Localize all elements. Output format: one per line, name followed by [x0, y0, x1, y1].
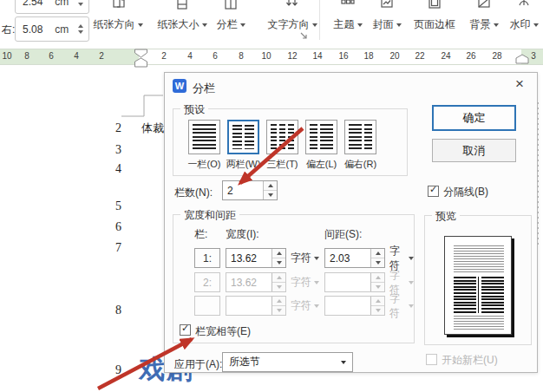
line-number: 9 — [106, 363, 121, 377]
spin-up-icon[interactable] — [371, 249, 384, 258]
ruler-number: 3 — [527, 51, 540, 61]
chevron-down-icon — [138, 23, 143, 27]
separator-line-checkbox[interactable] — [428, 186, 439, 197]
ok-button[interactable]: 确定 — [432, 105, 516, 131]
margin-right-field[interactable]: 5.08 cm — [15, 16, 89, 42]
presets-group: 预设 一栏(O) 两栏(W) 三栏(T) 偏左(L) 偏右(R) — [173, 108, 408, 176]
toolbar-button-theme[interactable]: 主题 — [329, 0, 367, 40]
spin-up-icon[interactable] — [272, 249, 285, 258]
margin-top-field[interactable]: 2.54 cm — [15, 0, 89, 14]
paper-orientation-icon — [110, 0, 126, 10]
start-new-column-label: 开始新栏(U) — [442, 353, 498, 368]
apply-to-dropdown[interactable]: 所选节 — [222, 352, 353, 372]
equal-width-checkbox[interactable] — [180, 324, 191, 336]
line-number: 2 — [106, 121, 121, 135]
ruler-number: 20 — [388, 51, 402, 61]
line-number: 3 — [106, 143, 121, 157]
comment-connector-line — [121, 95, 163, 116]
width-spacing-group: 宽度和间距 栏: 宽度(I): 间距(S): 1: 13.62 字符 2.03 … — [173, 214, 415, 343]
width-header: 宽度(I): — [226, 227, 259, 242]
toolbar-button-background[interactable]: 背景 — [465, 0, 503, 40]
chevron-down-icon — [202, 23, 207, 27]
ruler-number: 2 — [157, 51, 171, 61]
horizontal-ruler[interactable]: 10 8 6 4 2 2 4 6 8 10 12 14 16 18 20 22 … — [0, 49, 543, 65]
theme-icon — [340, 0, 356, 10]
preset-right[interactable] — [344, 120, 376, 154]
separator-line-label: 分隔线(B) — [443, 185, 488, 199]
spacing-unit-dropdown[interactable]: 字符 — [389, 248, 414, 268]
presets-group-label: 预设 — [180, 102, 208, 117]
cancel-button[interactable]: 取消 — [432, 139, 516, 162]
toolbar-button-columns[interactable]: 分栏 — [212, 0, 250, 40]
chevron-down-icon — [341, 361, 346, 364]
paper-size-icon — [174, 0, 190, 10]
ruler-number: 4 — [69, 51, 83, 61]
margin-right-unit: cm — [55, 23, 69, 36]
toolbar-button-page-border[interactable]: 页面边框 — [408, 0, 461, 40]
line-number: 7 — [106, 241, 121, 255]
column-count-spinner[interactable]: 2 — [222, 180, 278, 200]
spin-down-icon[interactable] — [272, 258, 285, 267]
chevron-down-icon — [494, 23, 499, 27]
preset-two-columns[interactable] — [227, 120, 259, 154]
line-number: 4 — [106, 162, 121, 176]
preview-page — [444, 236, 512, 335]
close-icon[interactable]: × — [509, 75, 530, 94]
stepper-icon[interactable] — [78, 24, 83, 34]
preset-label: 一栏(O) — [183, 158, 226, 171]
spacing-header: 间距(S): — [324, 227, 362, 242]
toolbar-button-watermark[interactable]: 水印 — [505, 0, 543, 40]
ruler-number: 12 — [285, 51, 299, 61]
ruler-number: 14 — [311, 51, 324, 61]
spin-down-icon[interactable] — [264, 191, 277, 199]
width-spinner-1[interactable]: 13.62 — [226, 248, 286, 268]
preset-left[interactable] — [305, 120, 337, 154]
chevron-down-icon — [357, 23, 363, 27]
preset-label: 偏右(R) — [339, 158, 382, 171]
columns-icon — [223, 0, 239, 10]
preset-three-columns[interactable] — [266, 120, 298, 154]
ruler-number: 16 — [337, 51, 350, 61]
ruler-number: 6 — [208, 51, 222, 61]
ruler-number: 6 — [44, 51, 58, 61]
preview-group: 预览 — [424, 215, 532, 345]
toolbar-button-paper-orientation[interactable]: 纸张方向 — [90, 0, 146, 40]
margin-right-value[interactable]: 5.08 — [16, 23, 43, 36]
width-unit-dropdown[interactable]: 字符 — [291, 248, 319, 268]
toolbar-button-paper-size[interactable]: 纸张大小 — [154, 0, 210, 40]
ruler-number: 26 — [464, 51, 478, 61]
spacing-unit-dropdown-disabled: 字符 — [389, 296, 414, 316]
toolbar-button-text-direction[interactable]: 文字方向 — [265, 0, 319, 40]
spin-down-icon[interactable] — [371, 258, 384, 267]
preview-group-label: 预览 — [432, 209, 460, 224]
margin-top-value[interactable]: 2.54 — [16, 0, 43, 8]
ruler-number: 8 — [20, 51, 34, 61]
ruler-number: 24 — [439, 51, 453, 61]
toolbar-button-cover[interactable]: 封面 — [368, 0, 406, 40]
start-new-column-checkbox — [426, 354, 437, 365]
row-index: 1: — [194, 248, 220, 268]
preset-label: 三栏(T) — [261, 158, 304, 171]
chevron-down-icon — [240, 23, 245, 27]
ruler-number: 28 — [490, 51, 504, 61]
preset-label: 两栏(W) — [222, 158, 265, 171]
columns-dialog: W 分栏 × 预设 一栏(O) 两栏(W) 三栏(T) 偏左(L) 偏右(R) … — [164, 72, 538, 373]
watermark-icon — [516, 0, 532, 10]
preset-one-column[interactable] — [188, 120, 220, 154]
background-icon — [476, 0, 492, 10]
ruler-number: 8 — [234, 51, 248, 61]
margin-right-label: 右: — [2, 23, 15, 37]
spin-up-icon[interactable] — [264, 181, 277, 191]
page-layout-toolbar: 2.54 cm 右: 5.08 cm 纸张方向 纸张大小 分栏 — [0, 0, 543, 45]
chevron-down-icon — [396, 23, 402, 27]
width-unit-dropdown-disabled: 字符 — [291, 296, 319, 316]
line-number: 6 — [106, 220, 121, 234]
stepper-icon[interactable] — [78, 0, 83, 6]
equal-width-label: 栏宽相等(E) — [195, 324, 251, 339]
dialog-title: 分栏 — [193, 81, 215, 96]
spacing-spinner-1[interactable]: 2.03 — [324, 248, 385, 268]
row-index — [194, 296, 220, 316]
dialog-launcher-icon[interactable] — [300, 29, 309, 44]
width-spinner-3 — [226, 296, 286, 316]
wps-writer-screen: 2.54 cm 右: 5.08 cm 纸张方向 纸张大小 分栏 — [0, 0, 543, 392]
